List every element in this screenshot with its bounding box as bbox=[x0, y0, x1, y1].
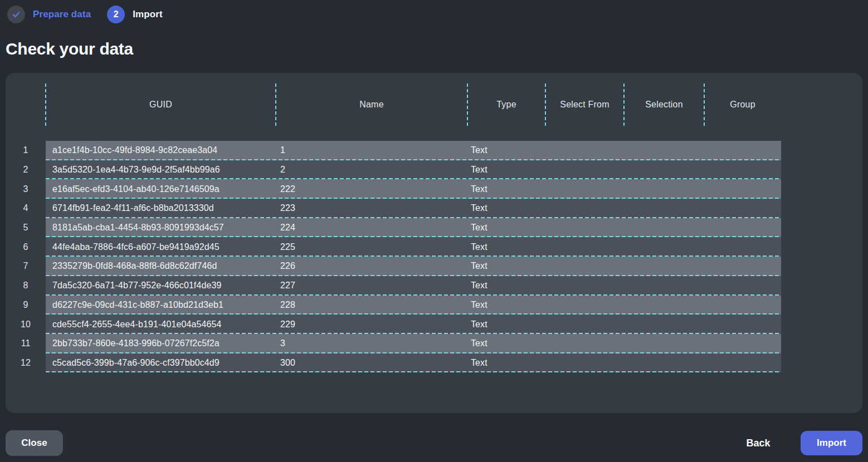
cell-selection bbox=[624, 237, 704, 257]
cell-select-from bbox=[545, 276, 624, 296]
row-body: cde55cf4-2655-4ee4-b191-401e04a54654 229… bbox=[46, 314, 781, 334]
row-number-cell: 12 bbox=[6, 353, 46, 373]
cell-name: 226 bbox=[276, 257, 467, 276]
table-row: 9 d6227c9e-09cd-431c-b887-a10bd21d3eb1 2… bbox=[6, 296, 781, 315]
stepper-step-prepare-data[interactable]: Prepare data bbox=[7, 6, 91, 23]
cell-group bbox=[704, 314, 781, 334]
cell-selection bbox=[624, 141, 704, 160]
import-button[interactable]: Import bbox=[801, 431, 862, 455]
row-number-cell: 3 bbox=[6, 179, 46, 199]
row-body: 3a5d5320-1ea4-4b73-9e9d-2f5af4bb99a6 2 T… bbox=[46, 160, 781, 180]
cell-selection bbox=[624, 353, 704, 373]
row-number-cell: 5 bbox=[6, 218, 46, 238]
cell-selection bbox=[624, 257, 704, 276]
cell-select-from bbox=[545, 199, 624, 218]
table-row: 11 2bb733b7-860e-4183-996b-07267f2c5f2a … bbox=[6, 334, 781, 353]
row-body: e16af5ec-efd3-4104-ab40-126e7146509a 222… bbox=[46, 179, 781, 199]
table-row: 3 e16af5ec-efd3-4104-ab40-126e7146509a 2… bbox=[6, 179, 781, 199]
cell-type: Text bbox=[467, 141, 545, 160]
cell-name: 3 bbox=[276, 334, 467, 353]
step-number: 2 bbox=[114, 9, 119, 19]
column-header-name: Name bbox=[276, 83, 467, 126]
cell-selection bbox=[624, 199, 704, 218]
row-number-cell: 1 bbox=[6, 141, 46, 160]
row-body: 2bb733b7-860e-4183-996b-07267f2c5f2a 3 T… bbox=[46, 334, 781, 353]
cell-type: Text bbox=[467, 218, 545, 238]
cell-selection bbox=[624, 314, 704, 334]
cell-group bbox=[704, 257, 781, 276]
cell-type: Text bbox=[467, 334, 545, 353]
cell-type: Text bbox=[467, 353, 545, 373]
cell-group bbox=[704, 237, 781, 257]
column-header-selection: Selection bbox=[624, 83, 704, 126]
cell-select-from bbox=[545, 160, 624, 180]
cell-guid: 7da5c320-6a71-4b77-952e-466c01f4de39 bbox=[46, 276, 276, 296]
check-icon bbox=[11, 9, 21, 19]
cell-group bbox=[704, 276, 781, 296]
cell-group bbox=[704, 141, 781, 160]
row-body: 44fe4aba-7886-4fc6-a607-be9419a92d45 225… bbox=[46, 237, 781, 257]
row-number-cell: 7 bbox=[6, 257, 46, 276]
cell-group bbox=[704, 296, 781, 315]
cell-guid: 2335279b-0fd8-468a-88f8-6d8c62df746d bbox=[46, 257, 276, 276]
table-row: 7 2335279b-0fd8-468a-88f8-6d8c62df746d 2… bbox=[6, 257, 781, 276]
cell-group bbox=[704, 334, 781, 353]
data-preview-panel: GUID Name Type Select From Selection Gro… bbox=[6, 73, 862, 413]
cell-group bbox=[704, 353, 781, 373]
page-title: Check your data bbox=[6, 40, 133, 58]
row-number-cell: 8 bbox=[6, 276, 46, 296]
cell-selection bbox=[624, 160, 704, 180]
cell-select-from bbox=[545, 218, 624, 238]
table-row: 10 cde55cf4-2655-4ee4-b191-401e04a54654 … bbox=[6, 314, 781, 334]
cell-selection bbox=[624, 296, 704, 315]
row-body: d6227c9e-09cd-431c-b887-a10bd21d3eb1 228… bbox=[46, 296, 781, 315]
cell-select-from bbox=[545, 179, 624, 199]
cell-select-from bbox=[545, 296, 624, 315]
cell-guid: a1ce1f4b-10cc-49fd-8984-9c82ceae3a04 bbox=[46, 141, 276, 160]
cell-name: 223 bbox=[276, 199, 467, 218]
row-number-cell: 6 bbox=[6, 237, 46, 257]
cell-name: 228 bbox=[276, 296, 467, 315]
cell-guid: 3a5d5320-1ea4-4b73-9e9d-2f5af4bb99a6 bbox=[46, 160, 276, 180]
row-number-cell: 10 bbox=[6, 314, 46, 334]
close-button[interactable]: Close bbox=[6, 430, 63, 456]
table-row: 6 44fe4aba-7886-4fc6-a607-be9419a92d45 2… bbox=[6, 237, 781, 257]
cell-name: 224 bbox=[276, 218, 467, 238]
cell-select-from bbox=[545, 334, 624, 353]
column-header-group: Group bbox=[704, 83, 781, 126]
cell-name: 2 bbox=[276, 160, 467, 180]
cell-type: Text bbox=[467, 179, 545, 199]
cell-group bbox=[704, 179, 781, 199]
import-wizard-stepper: Prepare data 2 Import bbox=[7, 6, 163, 23]
cell-name: 1 bbox=[276, 141, 467, 160]
cell-guid: 8181a5ab-cba1-4454-8b93-8091993d4c57 bbox=[46, 218, 276, 238]
back-button[interactable]: Back bbox=[733, 430, 783, 456]
row-body: a1ce1f4b-10cc-49fd-8984-9c82ceae3a04 1 T… bbox=[46, 141, 781, 160]
table-row: 5 8181a5ab-cba1-4454-8b93-8091993d4c57 2… bbox=[6, 218, 781, 238]
step-import-label: Import bbox=[133, 9, 162, 20]
cell-guid: e16af5ec-efd3-4104-ab40-126e7146509a bbox=[46, 179, 276, 199]
cell-selection bbox=[624, 276, 704, 296]
column-header-type: Type bbox=[467, 83, 545, 126]
cell-type: Text bbox=[467, 257, 545, 276]
row-number-cell: 11 bbox=[6, 334, 46, 353]
step-number-circle: 2 bbox=[107, 6, 125, 23]
cell-group bbox=[704, 199, 781, 218]
cell-group bbox=[704, 218, 781, 238]
cell-type: Text bbox=[467, 296, 545, 315]
cell-type: Text bbox=[467, 276, 545, 296]
table-body: 1 a1ce1f4b-10cc-49fd-8984-9c82ceae3a04 1… bbox=[6, 141, 781, 372]
cell-name: 225 bbox=[276, 237, 467, 257]
table-row: 1 a1ce1f4b-10cc-49fd-8984-9c82ceae3a04 1… bbox=[6, 141, 781, 160]
row-body: 7da5c320-6a71-4b77-952e-466c01f4de39 227… bbox=[46, 276, 781, 296]
table-row: 2 3a5d5320-1ea4-4b73-9e9d-2f5af4bb99a6 2… bbox=[6, 160, 781, 180]
cell-guid: cde55cf4-2655-4ee4-b191-401e04a54654 bbox=[46, 314, 276, 334]
step-prepare-data-label: Prepare data bbox=[33, 9, 91, 20]
cell-selection bbox=[624, 218, 704, 238]
cell-type: Text bbox=[467, 160, 545, 180]
cell-type: Text bbox=[467, 314, 545, 334]
cell-guid: 44fe4aba-7886-4fc6-a607-be9419a92d45 bbox=[46, 237, 276, 257]
cell-guid: 2bb733b7-860e-4183-996b-07267f2c5f2a bbox=[46, 334, 276, 353]
cell-select-from bbox=[545, 353, 624, 373]
cell-select-from bbox=[545, 314, 624, 334]
